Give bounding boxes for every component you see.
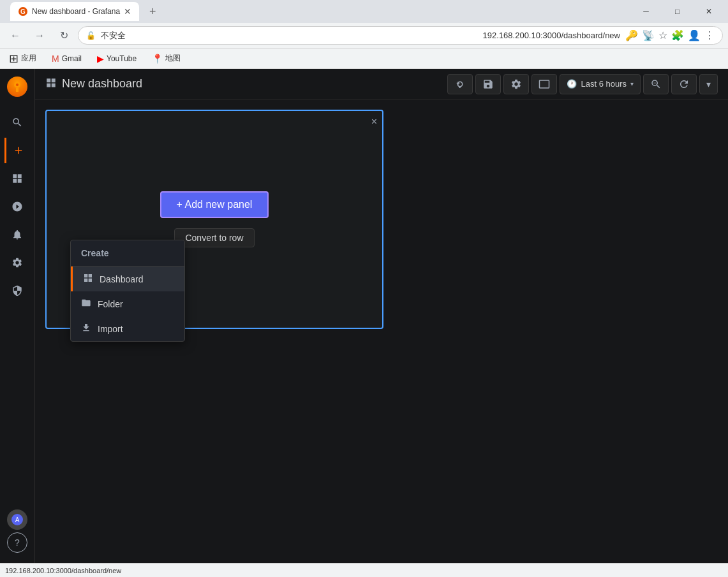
bookmark-apps[interactable]: ⊞ 应用	[5, 50, 40, 67]
sidebar-item-search[interactable]	[4, 110, 30, 135]
create-menu-item-dashboard[interactable]: Dashboard	[71, 267, 184, 291]
apps-grid-icon: ⊞	[9, 52, 19, 66]
key-icon: 🔑	[625, 29, 638, 41]
panel-close-button[interactable]: ×	[371, 116, 377, 128]
forward-button[interactable]: →	[29, 26, 50, 46]
sidebar-item-dashboards[interactable]	[4, 166, 30, 191]
cycle-view-button[interactable]	[531, 74, 557, 94]
create-menu-header: Create	[71, 240, 184, 267]
status-bar: 192.168.200.10:3000/dashboard/new	[0, 563, 728, 577]
bookmark-maps[interactable]: 📍 地图	[148, 52, 184, 65]
zoom-out-button[interactable]	[643, 74, 669, 94]
dashboard-icon	[45, 77, 57, 91]
svg-text:A: A	[15, 516, 20, 523]
topbar-actions: 🕐 Last 6 hours ▾ ▾	[447, 74, 718, 94]
close-button[interactable]: ✕	[694, 2, 723, 21]
maximize-button[interactable]: □	[663, 2, 692, 21]
time-picker-caret: ▾	[630, 80, 634, 87]
menu-icon[interactable]: ⋮	[704, 29, 715, 41]
apps-label: 应用	[21, 53, 36, 64]
star-icon[interactable]: ☆	[658, 29, 667, 41]
svg-rect-4	[16, 88, 19, 92]
sidebar-bottom: A ?	[7, 509, 27, 558]
import-menu-icon	[81, 323, 91, 335]
app-container: A ? New dashboard	[0, 69, 728, 563]
add-panel-topbar-button[interactable]	[447, 74, 473, 94]
address-bar[interactable]: 🔓 不安全 192.168.200.10:3000/dashboard/new …	[78, 26, 723, 45]
browser-titlebar: G New dashboard - Grafana ✕ + ─ □ ✕	[0, 0, 728, 23]
tab-favicon: G	[18, 6, 28, 17]
topbar-dropdown-button[interactable]: ▾	[699, 74, 718, 94]
sidebar-item-alerting[interactable]	[4, 222, 30, 247]
refresh-button[interactable]	[671, 74, 697, 94]
status-url: 192.168.200.10:3000/dashboard/new	[5, 567, 121, 574]
reload-button[interactable]: ↻	[54, 26, 74, 46]
sidebar-item-create[interactable]	[4, 138, 30, 163]
maps-label: 地图	[165, 53, 181, 64]
extension-icon[interactable]: 🧩	[671, 29, 684, 41]
window-controls: ─ □ ✕	[632, 2, 723, 21]
dashboard-area: × + Add new panel Convert to row Create …	[35, 99, 728, 563]
url-text: 192.168.200.10:3000/dashboard/new	[483, 31, 620, 40]
add-new-panel-button[interactable]: + Add new panel	[160, 191, 269, 218]
sidebar: A ?	[0, 69, 35, 563]
topbar-title: New dashboard	[45, 77, 442, 91]
sidebar-item-shield[interactable]	[4, 278, 30, 303]
dashboard-settings-button[interactable]	[503, 74, 529, 94]
create-menu-item-import[interactable]: Import	[71, 316, 184, 341]
bookmark-gmail[interactable]: M Gmail	[48, 52, 85, 65]
create-menu: Create Dashboard Folder	[70, 240, 185, 342]
browser-tab[interactable]: G New dashboard - Grafana ✕	[10, 2, 139, 21]
save-dashboard-button[interactable]	[475, 74, 501, 94]
grafana-logo-graphic	[7, 77, 27, 97]
folder-menu-icon	[81, 298, 91, 310]
profile-icon[interactable]: 👤	[688, 29, 701, 41]
bookmarks-bar: ⊞ 应用 M Gmail ▶ YouTube 📍 地图	[0, 48, 728, 69]
minimize-button[interactable]: ─	[632, 2, 660, 21]
security-label: 不安全	[101, 30, 478, 41]
back-button[interactable]: ←	[5, 26, 26, 46]
page-title: New dashboard	[62, 77, 142, 91]
gmail-icon: M	[52, 54, 59, 64]
address-bar-container: ← → ↻ 🔓 不安全 192.168.200.10:3000/dashboar…	[0, 23, 728, 48]
address-icons: 🔑 📡 ☆ 🧩 👤 ⋮	[625, 29, 715, 41]
user-avatar[interactable]: A	[7, 509, 27, 530]
maps-icon: 📍	[152, 54, 163, 64]
gmail-label: Gmail	[62, 54, 82, 63]
youtube-icon: ▶	[97, 54, 104, 64]
security-icon: 🔓	[86, 31, 96, 40]
tab-close-button[interactable]: ✕	[124, 6, 131, 17]
grafana-logo[interactable]	[4, 74, 30, 99]
sidebar-item-explore[interactable]	[4, 194, 30, 219]
help-button[interactable]: ?	[7, 532, 27, 553]
import-menu-label: Import	[98, 324, 123, 334]
folder-menu-label: Folder	[98, 299, 123, 309]
convert-to-row-button[interactable]: Convert to row	[174, 228, 254, 247]
topbar: New dashboard 🕐	[35, 69, 728, 99]
clock-icon: 🕐	[567, 79, 577, 89]
dashboard-menu-label: Dashboard	[100, 274, 144, 284]
svg-point-3	[16, 84, 19, 86]
bookmark-youtube[interactable]: ▶ YouTube	[93, 52, 140, 65]
svg-text:G: G	[20, 8, 26, 15]
youtube-label: YouTube	[107, 54, 137, 63]
new-tab-button[interactable]: +	[144, 3, 161, 21]
sidebar-nav	[0, 110, 34, 509]
time-range-label: Last 6 hours	[581, 79, 627, 89]
sidebar-item-configuration[interactable]	[4, 250, 30, 275]
main-content: New dashboard 🕐	[35, 69, 728, 563]
cast-icon: 📡	[642, 29, 655, 41]
dashboard-menu-icon	[83, 273, 93, 285]
create-menu-item-folder[interactable]: Folder	[71, 291, 184, 316]
tab-title: New dashboard - Grafana	[32, 7, 120, 16]
time-range-picker[interactable]: 🕐 Last 6 hours ▾	[560, 74, 641, 94]
